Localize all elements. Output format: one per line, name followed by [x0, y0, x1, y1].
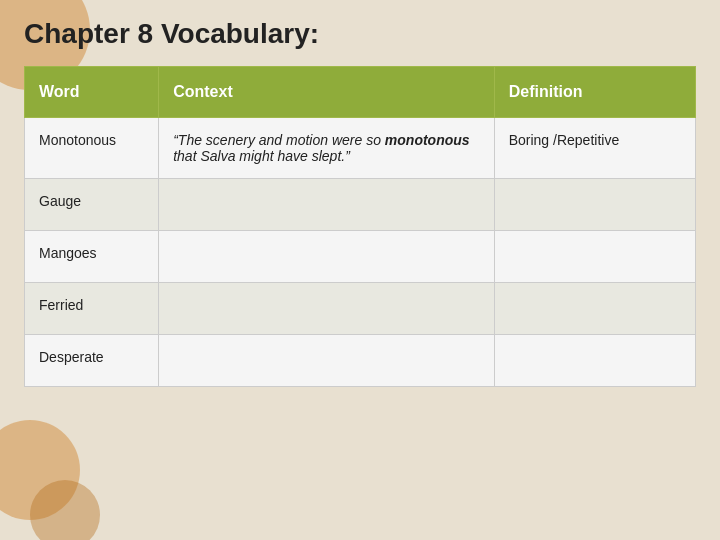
cell-definition: [494, 335, 695, 387]
cell-word: Mangoes: [25, 231, 159, 283]
cell-context: [159, 231, 495, 283]
cell-word: Monotonous: [25, 118, 159, 179]
header-definition: Definition: [494, 67, 695, 118]
cell-context: [159, 283, 495, 335]
table-row: Mangoes: [25, 231, 696, 283]
cell-definition: [494, 231, 695, 283]
cell-definition: Boring /Repetitive: [494, 118, 695, 179]
cell-word: Ferried: [25, 283, 159, 335]
header-context: Context: [159, 67, 495, 118]
cell-word: Desperate: [25, 335, 159, 387]
page-title: Chapter 8 Vocabulary:: [24, 18, 696, 50]
cell-definition: [494, 283, 695, 335]
table-row: Gauge: [25, 179, 696, 231]
table-row: Desperate: [25, 335, 696, 387]
vocabulary-table: Word Context Definition Monotonous“The s…: [24, 66, 696, 387]
header-word: Word: [25, 67, 159, 118]
cell-context: “The scenery and motion were so monotono…: [159, 118, 495, 179]
table-row: Ferried: [25, 283, 696, 335]
cell-context: [159, 179, 495, 231]
cell-word: Gauge: [25, 179, 159, 231]
cell-definition: [494, 179, 695, 231]
cell-context: [159, 335, 495, 387]
table-row: Monotonous“The scenery and motion were s…: [25, 118, 696, 179]
